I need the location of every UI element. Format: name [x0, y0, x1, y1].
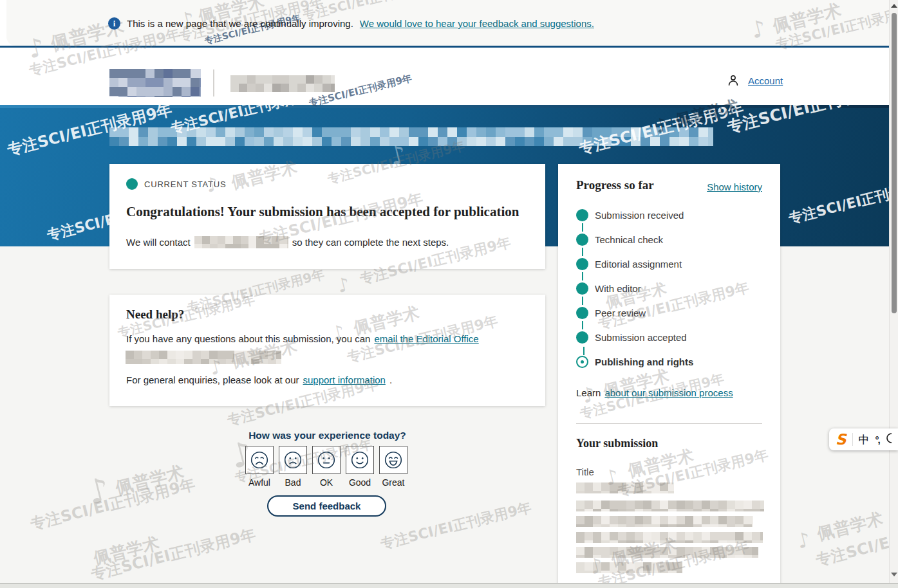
- redacted-title-line: [576, 501, 764, 511]
- feedback-option-label: Good: [346, 477, 374, 488]
- sidebar-divider: [576, 423, 762, 424]
- header-top-rule: [0, 46, 889, 48]
- feedback-option: Bad: [279, 446, 307, 488]
- progress-step-label: With editor: [595, 283, 641, 294]
- step-done-icon: [576, 282, 588, 295]
- submission-process-link[interactable]: about our submission process: [604, 387, 733, 398]
- redacted-publisher-logo: [109, 69, 201, 97]
- feedback-option: Great: [379, 446, 407, 488]
- info-icon: i: [108, 17, 120, 30]
- learn-line: Learn about our submission process: [576, 387, 733, 398]
- scroll-down-arrow[interactable]: [891, 573, 897, 576]
- help-question-prefix: If you have any questions about this sub…: [126, 333, 370, 344]
- progress-step-label: Publishing and rights: [595, 356, 693, 367]
- feedback-heading: How was your experience today?: [109, 430, 545, 441]
- ime-toolbar[interactable]: S 中 °,: [829, 428, 898, 450]
- feedback-option: Good: [346, 446, 374, 488]
- face-ok-button[interactable]: [312, 446, 341, 474]
- general-enquiries-prefix: For general enquiries, please look at ou…: [126, 374, 299, 385]
- contact-prefix: We will contact: [126, 237, 191, 248]
- progress-step-label: Submission accepted: [595, 332, 687, 343]
- ime-divider: [852, 433, 853, 446]
- redacted-title-line: [576, 547, 758, 558]
- need-help-card: Need help? If you have any questions abo…: [109, 295, 545, 406]
- step-done-icon: [576, 209, 588, 221]
- ime-keyboard-icon[interactable]: [885, 432, 895, 448]
- show-history-link[interactable]: Show history: [707, 181, 762, 192]
- contact-suffix: so they can complete the next steps.: [292, 237, 449, 248]
- contact-line: We will contact so they can complete the…: [126, 236, 449, 248]
- progress-step-list: Submission receivedTechnical checkEditor…: [576, 203, 763, 374]
- status-dot-icon: [126, 178, 138, 190]
- face-awful-button[interactable]: [245, 446, 274, 474]
- account-link[interactable]: Account: [748, 75, 783, 86]
- current-status-card: CURRENT STATUS Congratulations! Your sub…: [109, 164, 545, 269]
- face-great-button[interactable]: [379, 446, 407, 474]
- progress-step: Editorial assignment: [576, 252, 763, 276]
- face-bad-button[interactable]: [279, 446, 307, 474]
- learn-prefix: Learn: [576, 387, 601, 398]
- redacted-title-line: [576, 516, 753, 527]
- person-icon: [726, 73, 740, 87]
- feedback-options: AwfulBadOKGoodGreat: [245, 446, 407, 488]
- feedback-option-label: Awful: [245, 477, 274, 488]
- current-status-row: CURRENT STATUS: [126, 178, 226, 190]
- step-done-icon: [576, 307, 588, 319]
- step-current-icon: [576, 356, 588, 368]
- step-done-icon: [576, 331, 588, 344]
- progress-step: Submission received: [576, 203, 763, 227]
- status-heading: Congratulations! Your submission has bee…: [126, 204, 519, 220]
- redacted-title-line: [576, 482, 674, 493]
- face-awful-icon: [249, 450, 270, 470]
- vertical-scrollbar[interactable]: [889, 0, 898, 588]
- general-enquiries-suffix: .: [389, 374, 392, 385]
- current-status-label: CURRENT STATUS: [144, 179, 226, 189]
- progress-step: Submission accepted: [576, 325, 763, 349]
- feedback-option: OK: [312, 446, 341, 488]
- progress-step: With editor: [576, 276, 763, 300]
- progress-step: Publishing and rights: [576, 349, 763, 374]
- progress-step-label: Technical check: [595, 234, 663, 245]
- feedback-option-label: Great: [379, 477, 407, 488]
- progress-heading: Progress so far: [576, 178, 654, 192]
- scroll-up-arrow[interactable]: [891, 4, 897, 8]
- email-editorial-office-link[interactable]: email the Editorial Office: [374, 333, 478, 344]
- face-good-icon: [350, 450, 370, 470]
- feedback-option: Awful: [245, 446, 274, 488]
- notification-row: i This is a new page that we are continu…: [108, 17, 594, 30]
- redacted-banner-title: [109, 127, 713, 146]
- banner-top-edge: [0, 105, 889, 108]
- help-heading: Need help?: [126, 308, 184, 322]
- account-menu[interactable]: Account: [726, 73, 783, 87]
- face-good-button[interactable]: [346, 446, 374, 474]
- step-done-icon: [576, 234, 588, 246]
- feedback-option-label: Bad: [279, 477, 307, 488]
- header-divider: [213, 69, 214, 96]
- face-ok-icon: [316, 450, 337, 470]
- feedback-suggestions-link[interactable]: We would love to hear your feedback and …: [360, 18, 594, 29]
- send-feedback-button[interactable]: Send feedback: [267, 495, 386, 517]
- help-question-line: If you have any questions about this sub…: [126, 333, 479, 344]
- ime-logo-icon[interactable]: S: [836, 432, 847, 447]
- progress-step-label: Peer review: [595, 308, 646, 318]
- feedback-option-label: OK: [312, 477, 341, 488]
- submission-tracking-page: i This is a new page that we are continu…: [0, 0, 898, 588]
- progress-step-label: Editorial assignment: [595, 259, 682, 270]
- progress-sidebar-card: Progress so far Show history Submission …: [558, 164, 780, 588]
- scrollbar-thumb[interactable]: [892, 13, 897, 313]
- ime-punctuation-toggle[interactable]: °,: [875, 434, 879, 445]
- redacted-journal-name: [230, 75, 335, 92]
- redacted-title-line: [576, 562, 682, 573]
- redacted-contact-name: [194, 236, 288, 248]
- redacted-editorial-email: [126, 351, 281, 364]
- face-great-icon: [383, 450, 404, 470]
- ime-language-toggle[interactable]: 中: [859, 432, 870, 447]
- progress-step: Peer review: [576, 300, 763, 325]
- general-enquiries-line: For general enquiries, please look at ou…: [126, 374, 392, 385]
- your-submission-heading: Your submission: [576, 437, 658, 450]
- redacted-title-line: [576, 532, 763, 543]
- progress-step-label: Submission received: [595, 210, 684, 221]
- title-label: Title: [576, 466, 594, 477]
- notification-text: This is a new page that we are continual…: [127, 18, 353, 29]
- support-information-link[interactable]: support information: [303, 374, 386, 385]
